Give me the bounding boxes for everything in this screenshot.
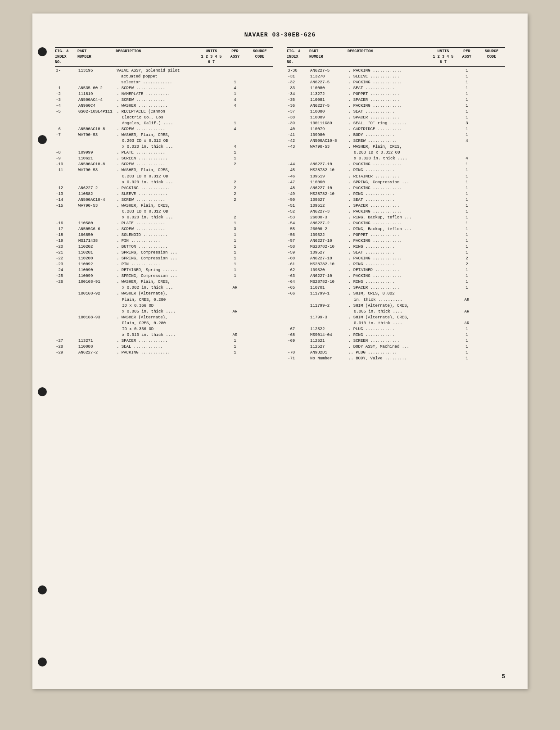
- margin-dot-2: [38, 135, 47, 144]
- table-row: -33 110080 . SEAT ............ 1: [287, 86, 505, 91]
- table-row: x 0.002 in. thick ... AR: [55, 285, 273, 291]
- table-row: Angeles, Calif.) .... 1: [55, 121, 273, 127]
- table-row: -60 AN6227-10 . PACKING ............ 2: [287, 256, 505, 262]
- table-row: -3 AN500AC4-4 . SCREW ............ 4: [55, 97, 273, 103]
- td-part: 113195: [77, 68, 116, 74]
- table-row: -1 AN535-00-2 . SCREW ............ 4: [55, 86, 273, 91]
- table-row: -38 110089 . SPACER ............ 1: [287, 115, 505, 121]
- table-row: 0.203 ID x 0.312 OD: [55, 209, 273, 215]
- th-fig-index: FIG. &INDEXNO.: [55, 49, 77, 65]
- table-row: 111799-2 . SHIM (Alternate), CRES,: [287, 303, 505, 309]
- table-row: -37 110080 . SEAT ............ 1: [287, 109, 505, 115]
- table-row: -7 WA790-53 . WASHER, Plain, CRES,: [55, 132, 273, 138]
- table-row: -67 112522 . PLUG ............ 1: [287, 326, 505, 332]
- table-row: -6 AN500AC10-8 . SCREW ............ 4: [55, 127, 273, 132]
- table-row: -14 AN500AC10-4 . SCREW ............ 2: [55, 197, 273, 203]
- table-row: -49 MS28782-10 . RING ............ 1: [287, 191, 505, 197]
- th-source-code-right: SOURCECODE: [478, 49, 505, 65]
- table-row: x 0.010 in. thick .... AR: [55, 332, 273, 338]
- table-row: -40 110079 . CARTRIDGE .......... 1: [287, 127, 505, 132]
- table-row: -16 110580 . PLATE ............ 1: [55, 221, 273, 227]
- table-row: -56 109522 . POPPET ............ 1: [287, 232, 505, 238]
- table-row: -19 MS171438 . PIN ............ 1: [55, 238, 273, 244]
- document-page: NAVAER 03-30EB-626 FIG. &INDEXNO. PARTNU…: [32, 14, 528, 689]
- table-row: x 0.020 in. thick ... 4: [55, 144, 273, 150]
- margin-dot-3: [38, 387, 47, 396]
- margin-dot-1: [38, 47, 47, 56]
- table-row: -63 AN6227-10 . PACKING ............ 1: [287, 273, 505, 279]
- table-row: -50 109527 . SEAT ............ 1: [287, 197, 505, 203]
- th-units-r: UNITS1 2 3 4 5 6 7: [431, 49, 456, 65]
- page-number: 5: [502, 674, 505, 680]
- margin-dot-4: [38, 585, 47, 594]
- table-row: ID x 0.366 OD: [55, 326, 273, 332]
- table-row: -17 AN505C6-6 . SCREW ............ 3: [55, 227, 273, 232]
- table-row: x 0.020 in. thick ... 2: [55, 215, 273, 221]
- th-per-assy-r: PERASSY: [456, 49, 478, 65]
- table-row: Plain, CRES, 0.280: [55, 321, 273, 326]
- table-row: -61 MS28782-10 . RING ............ 2: [287, 262, 505, 268]
- table-row: -12 AN6227-2 . PACKING ............ 2: [55, 186, 273, 191]
- table-row: -23 110092 . PIN ............ 1: [55, 262, 273, 268]
- th-description-r: DESCRIPTION: [348, 49, 431, 65]
- table-row: -48 AN6227-10 . PACKING ............ 1: [287, 186, 505, 191]
- table-row: -9 110621 . SCREEN ............ 1: [55, 156, 273, 162]
- td-fig: 3-: [55, 68, 77, 74]
- table-row: x 0.020 in. thick ... 2: [55, 180, 273, 186]
- table-row: -29 AN6227-2 . PACKING ............ 1: [55, 350, 273, 356]
- table-row: 100168-93 . WASHER (Alternate),: [55, 315, 273, 321]
- table-row: -70 AN932D1 .. PLUG ............ 1: [287, 350, 505, 356]
- table-row: -69 112521 . SCREEN ............ 1: [287, 338, 505, 344]
- table-row: -55 26000-2 . RING, Backup, teflon ... 1: [287, 227, 505, 232]
- table-row: -24 110090 . RETAINER, Spring ...... 1: [55, 268, 273, 273]
- table-row: -34 113272 . POPPET ............ 1: [287, 91, 505, 97]
- table-row: -22 110200 . SPRING, Compression ... 1: [55, 256, 273, 262]
- table-row: -4 AN960C4 . WASHER ............ 4: [55, 103, 273, 109]
- table-row: 100168-92 . WASHER (Alternate),: [55, 291, 273, 297]
- table-row: -31 113270 . SLEEVE ............ 1: [287, 74, 505, 80]
- table-row: -43 WA790-53 . WASHER, Plain, CRES,: [287, 144, 505, 150]
- right-column: FIG. &INDEXNO. PARTNUMBER DESCRIPTION UN…: [287, 47, 505, 362]
- table-row: -68 MS9014-04 . RING ............ 1: [287, 332, 505, 338]
- table-row: Electric Co., Los: [55, 115, 273, 121]
- table-row: 112527 . BODY ASSY, Machined ... 1: [287, 344, 505, 350]
- table-row: -10 AN500AC10-8 . SCREW ............ 2: [55, 162, 273, 168]
- table-row: -64 MS28782-10 . RING ............ 1: [287, 279, 505, 285]
- table-row: -52 AN6227-3 . PACKING ............ 1: [287, 209, 505, 215]
- th-part-number-r: PARTNUMBER: [309, 49, 348, 65]
- table-row: -47 116060 . SPRING, Compression ... 1: [287, 180, 505, 186]
- table-row: -51 109512 . SPACER ............ 1: [287, 203, 505, 209]
- th-fig-index-r: FIG. &INDEXNO.: [287, 49, 309, 65]
- table-row: -32 AN6227-5 . PACKING ............ 1: [287, 80, 505, 86]
- table-row: -42 AN500AC10-8 . SCREW ............ 4: [287, 138, 505, 144]
- table-row: -11 WA790-53 . WASHER, Plain, CRES,: [55, 168, 273, 173]
- table-row: -36 AN6227-5 . PACKING ............ 1: [287, 103, 505, 109]
- table-row: -25 110099 . SPRING, Compression ... 1: [55, 273, 273, 279]
- table-row: 3-30 AN6227-5 . PACKING ............ 1: [287, 68, 505, 74]
- left-table-body: 3- 113195 VALVE ASSY, Solenoid pilot act…: [55, 68, 273, 356]
- table-row: -58 MS28782-10 . RING ............ 1: [287, 244, 505, 250]
- th-part-number: PARTNUMBER: [77, 49, 116, 65]
- margin-dot-5: [38, 657, 47, 667]
- table-row: -13 110582 . SLEEVE ............ 2: [55, 191, 273, 197]
- table-row: 11799-3 . SHIM (Alternate), CRES,: [287, 315, 505, 321]
- table-row: 0.203 ID x 0.312 OD: [55, 138, 273, 144]
- table-row: x 0.020 in. thick .... 4: [287, 156, 505, 162]
- table-row: -46 109519 . RETAINER .......... 1: [287, 174, 505, 180]
- table-row: -54 AN6227-2 . PACKING ............ 1: [287, 221, 505, 227]
- right-table-body: 3-30 AN6227-5 . PACKING ............ 1 -…: [287, 68, 505, 362]
- th-per-assy: PERASSY: [224, 49, 246, 65]
- table-row: -18 106850 . SOLENOID .......... 1: [55, 232, 273, 238]
- left-column: FIG. &INDEXNO. PARTNUMBER DESCRIPTION UN…: [55, 47, 273, 362]
- table-row: -2 111819 . NAMEPLATE .......... 1: [55, 91, 273, 97]
- td-desc: VALVE ASSY, Solenoid pilot: [116, 68, 199, 74]
- table-row: -45 MS28782-10 . RING ............ 1: [287, 168, 505, 173]
- table-row: -59 109527 . SEAT ............ 1: [287, 250, 505, 256]
- table-row: -44 AN6227-10 . PACKING ............ 1: [287, 162, 505, 168]
- table-row: 0.203 ID x 0.312 OD: [287, 150, 505, 156]
- table-row: -57 AN6227-10 . PACKING ............ 1: [287, 238, 505, 244]
- table-row: -20 110202 . BUTTON ............ 1: [55, 244, 273, 250]
- table-row: -62 109520 . RETAINER .......... 1: [287, 268, 505, 273]
- table-row: 0.203 ID x 0.312 OD: [55, 174, 273, 180]
- right-table-header: FIG. &INDEXNO. PARTNUMBER DESCRIPTION UN…: [287, 47, 505, 67]
